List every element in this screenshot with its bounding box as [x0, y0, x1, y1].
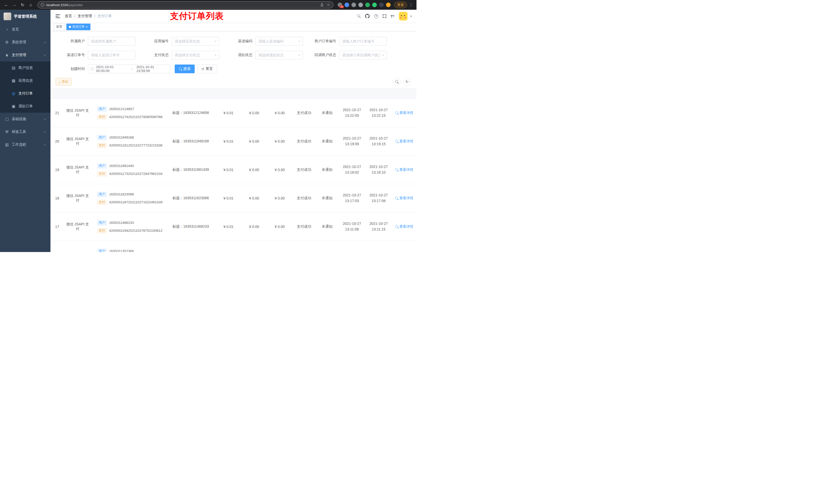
chevron-icon: ∨ [44, 118, 46, 120]
download-icon: ↓ [59, 80, 61, 83]
cell-channel: 微信 JSAPI 支付 [64, 194, 91, 203]
breadcrumb-item[interactable]: 支付管理 [78, 14, 92, 19]
filter-item: 商户订单编号 [309, 37, 393, 46]
extension-icon[interactable] [379, 3, 384, 7]
filter-input[interactable] [172, 39, 219, 43]
tag[interactable]: 支付订单 × [66, 24, 90, 30]
cell-pay-order: 商户 1635311823086 支付 42000011672021102710… [93, 192, 164, 205]
pay-order-icon: ◎ [11, 91, 16, 96]
view-detail-link[interactable]: 查看详情 [395, 139, 413, 144]
sidebar-item[interactable]: ◔ 首页 [0, 23, 50, 36]
browser-update-button[interactable]: 更新 [394, 2, 407, 8]
sidebar-item[interactable]: ▦ 应用信息 [0, 74, 50, 87]
filter-label: 支付状态 [141, 53, 172, 57]
tag[interactable]: 首页 [53, 24, 65, 30]
sidebar-menu: ◔ 首页 ⚙ 系统管理 ∨ ¥ 支付管理 ∧ ▤ 商户信息 ▦ [0, 23, 50, 151]
extension-icon[interactable] [365, 3, 370, 7]
bookmark-star-icon[interactable]: ☆ [327, 3, 330, 7]
help-icon[interactable]: ? [374, 14, 378, 19]
cell-fee: ¥ 0.00 [241, 111, 267, 115]
cell-pay-time: 2021-10-2713:18:10 [365, 164, 392, 175]
avatar[interactable] [399, 12, 407, 21]
sidebar-item[interactable]: ▥ 工作流程 ∨ [0, 138, 50, 151]
site-info-icon[interactable]: i [41, 3, 44, 7]
refresh-table-button[interactable]: ↻ [403, 78, 411, 86]
filter-input[interactable] [256, 53, 303, 57]
detail-icon [395, 225, 398, 228]
cell-callback: 未通知 [315, 111, 339, 115]
extension-icon[interactable] [352, 3, 356, 7]
detail-icon [395, 140, 398, 143]
sidebar-item[interactable]: ⚙ 系统管理 ∨ [0, 36, 50, 49]
chevron-icon: ∨ [44, 130, 46, 133]
cell-title: 标题：1635311949168 [166, 139, 216, 144]
breadcrumb-item[interactable]: 支付订单 [98, 14, 112, 19]
cell-amount: ¥ 0.01 [216, 224, 241, 229]
view-detail-link[interactable]: 查看详情 [395, 224, 413, 229]
filter-input[interactable] [256, 39, 303, 43]
extension-icon[interactable] [344, 3, 349, 7]
sidebar-item[interactable]: ▣ 退款订单 [0, 100, 50, 113]
pay-tag: 支付 [97, 171, 107, 176]
fullscreen-icon[interactable] [383, 14, 386, 18]
filter-input[interactable] [88, 39, 135, 43]
github-icon[interactable] [365, 14, 370, 19]
show-search-button[interactable] [393, 78, 401, 86]
pay-order-no: 4200001194202110276752100612 [109, 229, 162, 233]
view-detail-link[interactable]: 查看详情 [395, 111, 413, 115]
view-detail-link[interactable]: 查看详情 [395, 167, 413, 172]
font-size-icon[interactable]: TT [390, 14, 395, 19]
breadcrumb-separator: / [74, 14, 75, 18]
reset-button[interactable]: ↺ 重置 [197, 65, 217, 73]
search-button[interactable]: 搜索 [175, 65, 195, 73]
avatar-caret-icon[interactable]: ▼ [410, 15, 412, 18]
cell-title: 标题：1635311823086 [166, 196, 216, 200]
extension-badge: 10 [340, 5, 344, 8]
pay-order-no: 4200001167202110271022491439 [109, 200, 162, 204]
browser-forward-button[interactable]: → [11, 1, 18, 8]
cell-pay-time: 2021-10-2713:19:15 [365, 136, 392, 147]
filter-input-wrap [88, 37, 136, 46]
filter-item: 支付状态 ∨ [141, 51, 225, 59]
cell-refund: ¥ 0.00 [267, 224, 292, 229]
browser-home-button[interactable]: ⌂ [27, 1, 34, 8]
breadcrumb: 首页 / 支付管理 / 支付订单 [65, 14, 112, 19]
pay-order-no: 4200001173202110272847982104 [109, 172, 162, 176]
extension-icon[interactable]: 10 [338, 3, 342, 7]
extension-icon[interactable] [372, 3, 377, 7]
browser-reload-button[interactable]: ↻ [19, 1, 26, 8]
sidebar-item[interactable]: ▤ 商户信息 [0, 62, 50, 74]
extension-icon[interactable] [358, 3, 363, 7]
browser-back-button[interactable]: ← [3, 1, 10, 8]
search-icon[interactable] [357, 14, 361, 18]
sidebar-item[interactable]: ⚒ 研发工具 ∨ [0, 125, 50, 138]
cell-pay-time: 2021-10-2713:22:15 [365, 107, 392, 118]
filter-label: 创建时间 [57, 67, 88, 71]
date-range-input[interactable]: 2021-10-01 00:00:00 - 2021-10-31 23:59:5… [88, 65, 170, 73]
cell-status: 支付成功 [292, 196, 315, 200]
pay-order-no: 4200001181202110277723215336 [109, 143, 162, 147]
filter-input[interactable] [88, 53, 135, 57]
cell-fee: ¥ 0.00 [241, 196, 267, 200]
tag-close-icon[interactable]: × [86, 25, 88, 28]
browser-menu-icon[interactable]: ⋮ [408, 3, 414, 7]
export-button[interactable]: ↓ 导出 [55, 78, 72, 86]
share-icon[interactable] [320, 3, 324, 7]
sidebar-item[interactable]: ▢ 基础设施 ∨ [0, 113, 50, 125]
cell-amount: ¥ 0.01 [216, 196, 241, 200]
filter-input[interactable] [339, 53, 386, 57]
filter-input-wrap: ∨ [255, 37, 303, 46]
address-bar[interactable]: i localhost:1024/pay/order ☆ [38, 1, 334, 8]
filter-input[interactable] [339, 39, 386, 43]
cell-create-time: 2021-10-2713:22:05 [339, 107, 365, 118]
sidebar-item[interactable]: ◎ 支付订单 [0, 87, 50, 100]
sidebar-item[interactable]: ¥ 支付管理 ∧ [0, 49, 50, 62]
date-start: 2021-10-01 00:00:00 [96, 65, 127, 73]
extension-icon[interactable] [386, 3, 390, 7]
filter-input[interactable] [172, 53, 219, 57]
cell-create-time: 2021-10-2713:18:02 [339, 164, 365, 175]
cell-channel: 微信 JSAPI 支付 [64, 222, 91, 231]
view-detail-link[interactable]: 查看详情 [395, 196, 413, 200]
hamburger-icon[interactable] [54, 13, 61, 19]
breadcrumb-item[interactable]: 首页 [65, 14, 72, 19]
